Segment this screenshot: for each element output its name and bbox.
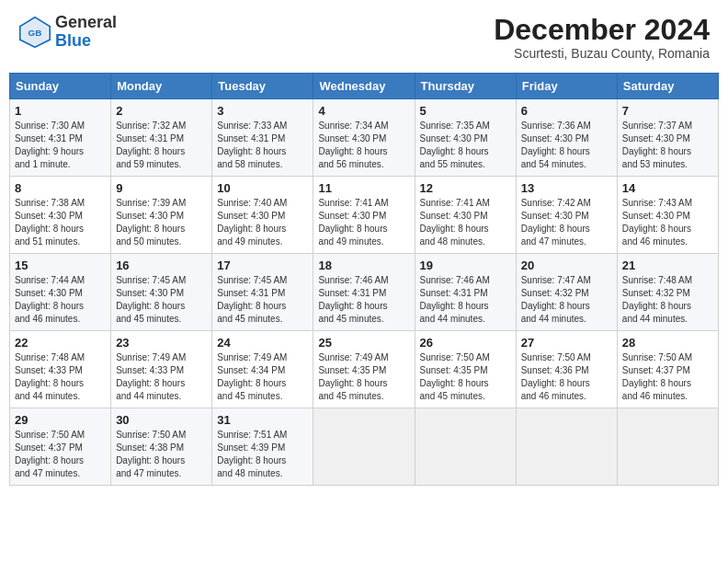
table-row: 15Sunrise: 7:44 AM Sunset: 4:30 PM Dayli…	[10, 254, 719, 331]
list-item: 13Sunrise: 7:42 AM Sunset: 4:30 PM Dayli…	[516, 177, 617, 254]
col-friday: Friday	[516, 74, 617, 99]
list-item: 9Sunrise: 7:39 AM Sunset: 4:30 PM Daylig…	[111, 177, 212, 254]
day-number: 28	[622, 336, 713, 350]
logo: GB General Blue	[18, 14, 117, 51]
day-number: 15	[15, 259, 106, 272]
day-number: 22	[15, 336, 106, 350]
day-info: Sunrise: 7:49 AM Sunset: 4:35 PM Dayligh…	[318, 351, 409, 403]
page-header: GB General Blue December 2024 Scurtesti,…	[9, 9, 719, 65]
day-info: Sunrise: 7:33 AM Sunset: 4:31 PM Dayligh…	[217, 120, 308, 171]
day-info: Sunrise: 7:48 AM Sunset: 4:33 PM Dayligh…	[15, 351, 106, 403]
day-number: 10	[217, 181, 308, 195]
day-info: Sunrise: 7:35 AM Sunset: 4:30 PM Dayligh…	[420, 120, 511, 171]
day-number: 5	[420, 104, 511, 118]
day-number: 24	[217, 336, 308, 350]
table-row: 8Sunrise: 7:38 AM Sunset: 4:30 PM Daylig…	[10, 177, 719, 254]
list-item	[415, 408, 516, 486]
day-number: 16	[116, 259, 207, 272]
day-info: Sunrise: 7:46 AM Sunset: 4:31 PM Dayligh…	[420, 274, 511, 326]
col-tuesday: Tuesday	[212, 74, 313, 99]
list-item	[617, 408, 718, 486]
day-number: 20	[521, 259, 612, 272]
day-info: Sunrise: 7:36 AM Sunset: 4:30 PM Dayligh…	[521, 120, 612, 171]
list-item: 1Sunrise: 7:30 AM Sunset: 4:31 PM Daylig…	[10, 99, 111, 177]
list-item: 20Sunrise: 7:47 AM Sunset: 4:32 PM Dayli…	[516, 254, 617, 331]
list-item: 5Sunrise: 7:35 AM Sunset: 4:30 PM Daylig…	[415, 99, 516, 177]
day-info: Sunrise: 7:37 AM Sunset: 4:30 PM Dayligh…	[622, 120, 713, 171]
day-info: Sunrise: 7:42 AM Sunset: 4:30 PM Dayligh…	[521, 197, 612, 248]
day-number: 30	[116, 413, 207, 427]
day-number: 17	[217, 259, 308, 272]
day-info: Sunrise: 7:50 AM Sunset: 4:37 PM Dayligh…	[622, 351, 713, 403]
day-number: 23	[116, 336, 207, 350]
day-info: Sunrise: 7:46 AM Sunset: 4:31 PM Dayligh…	[318, 274, 409, 326]
day-info: Sunrise: 7:43 AM Sunset: 4:30 PM Dayligh…	[622, 197, 713, 248]
list-item: 18Sunrise: 7:46 AM Sunset: 4:31 PM Dayli…	[313, 254, 415, 331]
day-number: 12	[420, 181, 511, 195]
list-item: 10Sunrise: 7:40 AM Sunset: 4:30 PM Dayli…	[212, 177, 313, 254]
day-info: Sunrise: 7:41 AM Sunset: 4:30 PM Dayligh…	[318, 197, 409, 248]
list-item: 21Sunrise: 7:48 AM Sunset: 4:32 PM Dayli…	[617, 254, 718, 331]
list-item	[516, 408, 617, 486]
logo-line2: Blue	[55, 32, 117, 51]
list-item: 8Sunrise: 7:38 AM Sunset: 4:30 PM Daylig…	[10, 177, 111, 254]
list-item: 28Sunrise: 7:50 AM Sunset: 4:37 PM Dayli…	[617, 331, 718, 408]
day-info: Sunrise: 7:50 AM Sunset: 4:38 PM Dayligh…	[116, 429, 207, 480]
list-item: 12Sunrise: 7:41 AM Sunset: 4:30 PM Dayli…	[415, 177, 516, 254]
list-item: 16Sunrise: 7:45 AM Sunset: 4:30 PM Dayli…	[111, 254, 212, 331]
day-number: 1	[15, 104, 106, 118]
list-item: 6Sunrise: 7:36 AM Sunset: 4:30 PM Daylig…	[516, 99, 617, 177]
table-row: 22Sunrise: 7:48 AM Sunset: 4:33 PM Dayli…	[10, 331, 719, 408]
day-number: 18	[318, 259, 409, 272]
day-info: Sunrise: 7:30 AM Sunset: 4:31 PM Dayligh…	[15, 120, 106, 171]
day-info: Sunrise: 7:50 AM Sunset: 4:36 PM Dayligh…	[521, 351, 612, 403]
list-item	[313, 408, 415, 486]
calendar-header-row: Sunday Monday Tuesday Wednesday Thursday…	[10, 74, 719, 99]
list-item: 31Sunrise: 7:51 AM Sunset: 4:39 PM Dayli…	[212, 408, 313, 486]
day-info: Sunrise: 7:48 AM Sunset: 4:32 PM Dayligh…	[622, 274, 713, 326]
day-number: 7	[622, 104, 713, 118]
day-number: 19	[420, 259, 511, 272]
table-row: 1Sunrise: 7:30 AM Sunset: 4:31 PM Daylig…	[10, 99, 719, 177]
day-info: Sunrise: 7:45 AM Sunset: 4:30 PM Dayligh…	[116, 274, 207, 326]
day-info: Sunrise: 7:51 AM Sunset: 4:39 PM Dayligh…	[217, 429, 308, 480]
day-number: 13	[521, 181, 612, 195]
day-number: 29	[15, 413, 106, 427]
title-block: December 2024 Scurtesti, Buzau County, R…	[494, 14, 710, 61]
list-item: 24Sunrise: 7:49 AM Sunset: 4:34 PM Dayli…	[212, 331, 313, 408]
day-number: 11	[318, 181, 409, 195]
col-monday: Monday	[111, 74, 212, 99]
day-number: 25	[318, 336, 409, 350]
day-number: 26	[420, 336, 511, 350]
table-row: 29Sunrise: 7:50 AM Sunset: 4:37 PM Dayli…	[10, 408, 719, 486]
col-saturday: Saturday	[617, 74, 718, 99]
list-item: 25Sunrise: 7:49 AM Sunset: 4:35 PM Dayli…	[313, 331, 415, 408]
day-number: 27	[521, 336, 612, 350]
list-item: 22Sunrise: 7:48 AM Sunset: 4:33 PM Dayli…	[10, 331, 111, 408]
day-info: Sunrise: 7:49 AM Sunset: 4:33 PM Dayligh…	[116, 351, 207, 403]
day-info: Sunrise: 7:50 AM Sunset: 4:35 PM Dayligh…	[420, 351, 511, 403]
day-number: 4	[318, 104, 409, 118]
day-number: 9	[116, 181, 207, 195]
day-info: Sunrise: 7:49 AM Sunset: 4:34 PM Dayligh…	[217, 351, 308, 403]
day-number: 31	[217, 413, 308, 427]
day-info: Sunrise: 7:45 AM Sunset: 4:31 PM Dayligh…	[217, 274, 308, 326]
list-item: 23Sunrise: 7:49 AM Sunset: 4:33 PM Dayli…	[111, 331, 212, 408]
day-info: Sunrise: 7:44 AM Sunset: 4:30 PM Dayligh…	[15, 274, 106, 326]
day-number: 3	[217, 104, 308, 118]
logo-icon: GB	[18, 16, 51, 49]
col-sunday: Sunday	[10, 74, 111, 99]
list-item: 26Sunrise: 7:50 AM Sunset: 4:35 PM Dayli…	[415, 331, 516, 408]
day-info: Sunrise: 7:38 AM Sunset: 4:30 PM Dayligh…	[15, 197, 106, 248]
list-item: 29Sunrise: 7:50 AM Sunset: 4:37 PM Dayli…	[10, 408, 111, 486]
day-info: Sunrise: 7:32 AM Sunset: 4:31 PM Dayligh…	[116, 120, 207, 171]
logo-text: General Blue	[55, 14, 117, 51]
day-info: Sunrise: 7:34 AM Sunset: 4:30 PM Dayligh…	[318, 120, 409, 171]
col-wednesday: Wednesday	[313, 74, 415, 99]
day-number: 21	[622, 259, 713, 272]
list-item: 15Sunrise: 7:44 AM Sunset: 4:30 PM Dayli…	[10, 254, 111, 331]
col-thursday: Thursday	[415, 74, 516, 99]
list-item: 7Sunrise: 7:37 AM Sunset: 4:30 PM Daylig…	[617, 99, 718, 177]
day-info: Sunrise: 7:39 AM Sunset: 4:30 PM Dayligh…	[116, 197, 207, 248]
day-info: Sunrise: 7:41 AM Sunset: 4:30 PM Dayligh…	[420, 197, 511, 248]
